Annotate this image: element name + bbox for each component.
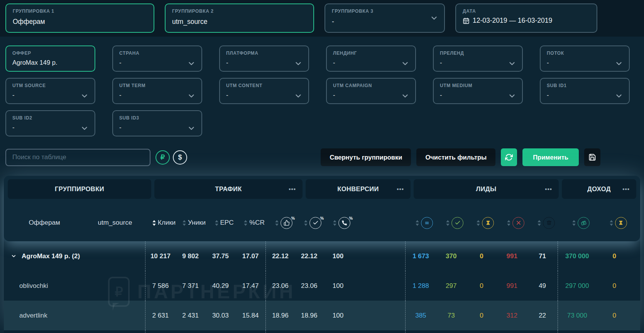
- filter-prelanding-label: ПРЕЛЕНД: [440, 50, 516, 56]
- table-header: ГРУППИРОВКИ ТРАФИК ••• КОНВЕРСИИ ••• ЛИД…: [4, 176, 640, 241]
- clear-filters-button[interactable]: Очистить фильтры: [416, 148, 495, 166]
- group-header-leads[interactable]: ЛИДЫ •••: [414, 179, 559, 199]
- chevron-down-icon: [187, 92, 196, 100]
- filter-utm-medium[interactable]: UTM MEDIUM -: [433, 78, 523, 104]
- equals-icon: [421, 217, 433, 229]
- col-leads-approved-sort[interactable]: [439, 217, 470, 229]
- call-percent-value: 100: [324, 312, 353, 320]
- conversions-menu-icon[interactable]: •••: [397, 186, 404, 192]
- col-epc-label: EPC: [220, 219, 234, 227]
- leads-pending-value: 0: [467, 252, 497, 260]
- table-body: AgroMax 149 р. (2) 10 217 9 802 37.75 17…: [4, 241, 640, 333]
- date-range-value: 12-03-2019 — 16-03-2019: [473, 17, 552, 25]
- filter-landing[interactable]: ЛЕНДИНГ -: [326, 45, 416, 72]
- group-header-leads-label: ЛИДЫ: [476, 185, 497, 193]
- group-header-groupings[interactable]: ГРУППИРОВКИ: [8, 179, 151, 199]
- leads-rejected-value: 312: [497, 312, 527, 320]
- chevron-down-icon: [508, 59, 516, 68]
- filter-utm-term[interactable]: UTM TERM -: [112, 78, 202, 104]
- trash-icon: [543, 217, 555, 229]
- col-confirm-percent-sort[interactable]: %: [298, 217, 327, 229]
- row-name[interactable]: advertlink: [4, 312, 145, 320]
- group-header-income[interactable]: ДОХОД •••: [562, 179, 636, 199]
- leads-total-value: 1 288: [406, 282, 436, 290]
- filter-utm-medium-value: -: [440, 91, 516, 99]
- col-income-pending-sort[interactable]: [600, 217, 636, 229]
- chevron-down-icon: [294, 59, 303, 68]
- col-call-percent-sort[interactable]: %: [327, 217, 356, 229]
- calendar-icon: [463, 17, 470, 24]
- uniques-value: 7 371: [176, 282, 206, 290]
- col-cr-sort[interactable]: %CR: [239, 219, 269, 227]
- filter-country[interactable]: СТРАНА -: [112, 45, 202, 72]
- filter-sub-id2[interactable]: SUB ID2 -: [5, 110, 95, 136]
- filter-utm-campaign-label: UTM CAMPAIGN: [333, 83, 409, 88]
- report-table: ГРУППИРОВКИ ТРАФИК ••• КОНВЕРСИИ ••• ЛИД…: [4, 176, 640, 323]
- col-leads-pending-sort[interactable]: [470, 217, 500, 229]
- col-leads-rejected-sort[interactable]: [500, 217, 531, 229]
- sort-icon: [538, 220, 541, 226]
- row-name: AgroMax 149 р. (2): [22, 252, 80, 260]
- row-expand-toggle[interactable]: AgroMax 149 р. (2): [4, 252, 145, 260]
- save-icon: [588, 153, 596, 161]
- filter-utm-content[interactable]: UTM CONTENT -: [219, 78, 309, 104]
- filter-offer[interactable]: ОФФЕР AgroMax 149 р.: [5, 45, 95, 72]
- grouping-2-select[interactable]: ГРУППИРОВКА 2 utm_source: [165, 3, 314, 33]
- filter-sub-id2-label: SUB ID2: [12, 115, 88, 121]
- sort-icon: [183, 220, 186, 226]
- leads-rejected-value: 991: [497, 282, 527, 290]
- currency-usd-toggle[interactable]: $: [173, 150, 187, 165]
- row-name[interactable]: oblivochki: [4, 282, 145, 290]
- filter-flow[interactable]: ПОТОК -: [540, 45, 630, 72]
- filter-utm-source[interactable]: UTM SOURCE -: [5, 78, 95, 104]
- collapse-groupings-button[interactable]: Свернуть группировки: [321, 148, 411, 166]
- filter-platform-value: -: [226, 59, 302, 66]
- filter-sub-id3[interactable]: SUB ID3 -: [112, 110, 202, 136]
- grouping-1-select[interactable]: ГРУППИРОВКА 1 Офферам: [5, 3, 154, 33]
- col-approve-percent-sort[interactable]: %: [269, 217, 298, 229]
- leads-menu-icon[interactable]: •••: [545, 186, 552, 192]
- grouping-3-value: -: [332, 18, 438, 26]
- search-input[interactable]: [5, 149, 150, 166]
- epc-value: 40.29: [206, 282, 236, 290]
- filter-landing-value: -: [333, 59, 409, 66]
- apply-button[interactable]: Применить: [522, 148, 579, 166]
- leads-trash-value: 71: [527, 252, 558, 260]
- thumbs-up-percent-icon: %: [281, 217, 292, 229]
- currency-rub-toggle[interactable]: ₽: [156, 150, 170, 165]
- filter-sub-id1-value: -: [547, 91, 623, 99]
- sort-icon: [446, 220, 450, 226]
- next-row-partial: [4, 330, 640, 333]
- sort-icon: [304, 220, 308, 226]
- cash-icon: [578, 217, 590, 229]
- col-leads-total-sort[interactable]: [409, 217, 439, 229]
- table-row: advertlink 2 631 2 431 30.03 15.84 18.96…: [4, 301, 640, 330]
- sort-icon: [244, 220, 247, 226]
- refresh-button[interactable]: [501, 148, 517, 166]
- filter-platform[interactable]: ПЛАТФОРМА -: [219, 45, 309, 72]
- traffic-menu-icon[interactable]: •••: [289, 186, 296, 192]
- col-grouping-1: Офферам: [8, 219, 81, 227]
- save-button[interactable]: [584, 148, 600, 166]
- hourglass-icon: [615, 217, 627, 229]
- chevron-down-icon: [80, 92, 89, 100]
- col-leads-trash-sort[interactable]: [531, 217, 561, 229]
- col-clicks-sort[interactable]: Клики: [149, 219, 179, 227]
- col-income-confirmed-sort[interactable]: [561, 217, 600, 229]
- filter-sub-id1[interactable]: SUB ID1 -: [540, 78, 630, 104]
- grouping-3-select[interactable]: ГРУППИРОВКА 3 -: [325, 3, 445, 33]
- group-header-conversions[interactable]: КОНВЕРСИИ •••: [306, 179, 411, 199]
- group-header-traffic[interactable]: ТРАФИК •••: [154, 179, 303, 199]
- epc-value: 30.03: [206, 312, 236, 320]
- col-epc-sort[interactable]: EPC: [209, 219, 239, 227]
- leads-approved-value: 73: [436, 312, 467, 320]
- dollar-icon: $: [178, 153, 182, 161]
- filter-utm-campaign[interactable]: UTM CAMPAIGN -: [326, 78, 416, 104]
- leads-approved-value: 297: [436, 282, 467, 290]
- date-range-picker[interactable]: ДАТА 12-03-2019 — 16-03-2019: [455, 3, 597, 33]
- hourglass-icon: [482, 217, 494, 229]
- filter-prelanding[interactable]: ПРЕЛЕНД -: [433, 45, 523, 72]
- col-uniques-sort[interactable]: Уники: [179, 219, 209, 227]
- income-menu-icon[interactable]: •••: [622, 186, 630, 192]
- chevron-down-icon: [401, 59, 409, 68]
